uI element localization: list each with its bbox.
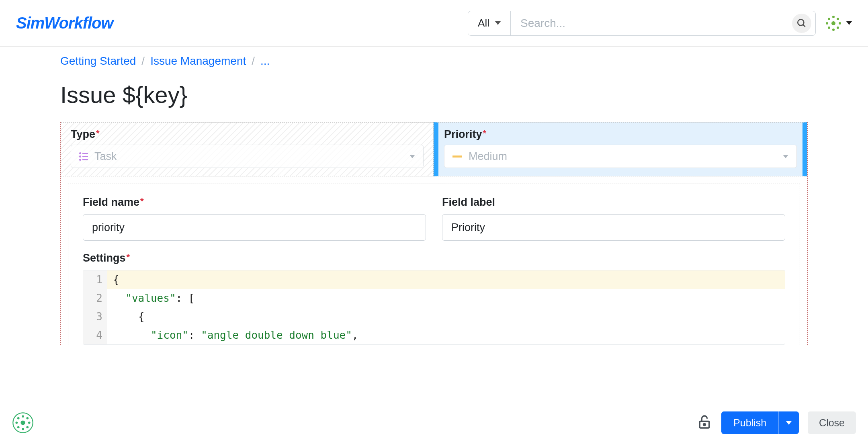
svg-point-12	[20, 420, 25, 425]
main-content: Getting Started / Issue Management / ...…	[0, 47, 868, 345]
search-filter-dropdown[interactable]: All	[468, 11, 511, 35]
chevron-down-icon	[786, 421, 792, 425]
required-indicator: *	[96, 128, 100, 138]
svg-point-8	[828, 27, 830, 29]
settings-label: Settings*	[83, 252, 785, 264]
unlock-icon[interactable]	[696, 414, 712, 432]
search-icon	[796, 18, 807, 29]
svg-point-19	[15, 422, 18, 424]
chevron-down-icon	[783, 155, 788, 158]
svg-point-13	[22, 415, 24, 417]
field-label: Type	[71, 128, 95, 141]
field-label-label: Field label	[442, 196, 785, 209]
svg-point-18	[17, 426, 20, 428]
search-button[interactable]	[792, 14, 811, 33]
logo: SimWorkflow	[16, 14, 113, 32]
field-editor-panel: Field name* Field label Settings* 1{2 "v…	[68, 184, 800, 345]
footer-bar: Publish Close	[0, 403, 868, 442]
breadcrumb-separator: /	[252, 55, 255, 68]
field-name-label: Field name*	[83, 196, 426, 209]
svg-point-10	[828, 18, 830, 20]
field-slot-type[interactable]: Type* Task	[61, 122, 434, 176]
svg-point-16	[26, 426, 29, 428]
svg-line-1	[803, 25, 805, 27]
search-input[interactable]	[511, 11, 792, 35]
select-value: Task	[94, 150, 117, 163]
chevron-down-icon	[846, 21, 852, 25]
svg-point-0	[798, 19, 804, 25]
svg-point-2	[831, 21, 835, 25]
close-button[interactable]: Close	[808, 411, 856, 434]
svg-point-3	[832, 16, 835, 18]
svg-point-15	[28, 422, 31, 424]
svg-point-7	[832, 29, 835, 31]
svg-point-5	[839, 22, 841, 25]
search-group: All	[468, 11, 816, 36]
page-title: Issue ${key}	[60, 81, 808, 108]
priority-select[interactable]: Medium	[444, 145, 797, 168]
list-icon	[79, 152, 88, 161]
field-label: Priority	[444, 128, 482, 141]
chevron-down-icon	[495, 21, 501, 25]
publish-button[interactable]: Publish	[721, 411, 799, 434]
priority-medium-icon	[452, 156, 462, 158]
required-indicator: *	[127, 252, 130, 262]
select-value: Medium	[469, 150, 507, 163]
form-layout-canvas: Type* Task Priority* Medium	[60, 122, 808, 345]
svg-point-9	[826, 22, 828, 25]
required-indicator: *	[140, 196, 144, 206]
breadcrumb-more[interactable]: ...	[260, 55, 270, 68]
breadcrumb-link[interactable]: Issue Management	[150, 55, 246, 68]
svg-point-20	[17, 417, 20, 419]
chevron-down-icon	[409, 155, 415, 158]
filter-label: All	[478, 17, 489, 29]
breadcrumb-separator: /	[141, 55, 145, 68]
required-indicator: *	[483, 128, 487, 138]
svg-point-22	[704, 424, 706, 426]
field-slot-priority[interactable]: Priority* Medium	[434, 122, 807, 176]
field-name-input[interactable]	[83, 214, 426, 241]
svg-point-4	[837, 18, 839, 20]
breadcrumb: Getting Started / Issue Management / ...	[60, 55, 808, 68]
settings-code-editor[interactable]: 1{2 "values": [3 {4 "icon": "angle doubl…	[83, 270, 785, 345]
type-select[interactable]: Task	[71, 145, 424, 168]
avatar-icon	[12, 412, 34, 434]
avatar-icon	[824, 14, 843, 33]
publish-dropdown[interactable]	[778, 411, 799, 434]
field-label-input[interactable]	[442, 214, 785, 241]
svg-point-14	[26, 417, 29, 419]
publish-label: Publish	[721, 417, 778, 429]
breadcrumb-link[interactable]: Getting Started	[60, 55, 136, 68]
user-menu[interactable]	[824, 14, 852, 33]
svg-point-6	[837, 27, 839, 29]
svg-point-17	[22, 428, 24, 430]
app-header: SimWorkflow All	[0, 0, 868, 47]
